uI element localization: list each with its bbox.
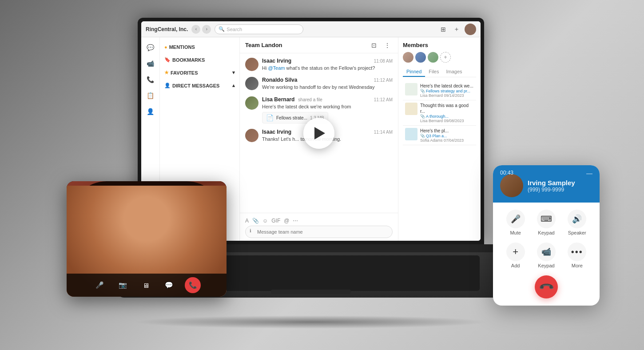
message-text: Hi @Team what's the status on the Fellow… (262, 65, 393, 72)
pinned-link-text: Fellows strategy and pr... (426, 89, 470, 93)
chat-toolbar: A 📎 ☺ GIF @ ⋯ (245, 216, 393, 226)
file-name: Fellows strate... (276, 115, 307, 120)
more-action[interactable]: ••• More (568, 243, 586, 268)
dm-header[interactable]: 👤 DIRECT MESSAGES ▴ (160, 81, 239, 90)
search-bar[interactable]: 🔍 Search (215, 24, 303, 34)
sidebar-chat-icon[interactable]: 💬 (144, 41, 157, 54)
sidebar-tasks-icon[interactable]: 📋 (144, 89, 157, 102)
phone-card-body: 🎤 Mute ⌨ Keypad 🔊 Speaker + Add 📹 Keypad (493, 203, 600, 306)
video-action[interactable]: 📹 Keypad (537, 243, 556, 268)
pinned-item[interactable]: Here's the pl... 📎 Q3 Plan a... Sofia Ad… (403, 126, 476, 145)
paperclip-icon: 📎 (420, 114, 425, 119)
info-icon: ℹ (250, 228, 251, 233)
tab-files[interactable]: Files (425, 67, 442, 77)
pinned-thumb (405, 128, 417, 140)
sidebar-profile-icon[interactable]: 👤 (144, 105, 157, 118)
members-avatars: + (403, 52, 476, 63)
avatar (245, 58, 258, 71)
play-button[interactable] (303, 118, 334, 149)
file-icon: 📄 (266, 114, 274, 121)
chat-input-area: A 📎 ☺ GIF @ ⋯ ℹ (240, 213, 398, 241)
caller-avatar (500, 174, 523, 197)
tab-images[interactable]: Images (443, 67, 466, 77)
members-title: Members (403, 42, 476, 48)
shared-label: shared a file (298, 97, 322, 102)
pinned-title: Thought this was a good r... (420, 103, 474, 114)
phone-call-card: 00:43 — Irving Sampley (999) 999-9999 🎤 … (493, 165, 600, 306)
tab-bar: Pinned Files Images (403, 67, 476, 77)
paperclip-icon: 📎 (420, 89, 425, 93)
nav-buttons: ‹ › (191, 25, 211, 34)
mentions-section: ● MENTIONS (160, 41, 239, 53)
sidebar-phone-icon[interactable]: 📞 (144, 73, 157, 86)
pinned-meta: Lisa Bernard 09/14/2023 (420, 93, 474, 98)
message-time: 11:08 AM (374, 59, 393, 64)
add-member-button[interactable]: + (440, 52, 451, 63)
mention: @Team (268, 65, 285, 71)
chat-header-actions: ⊡ ⋮ (369, 40, 393, 51)
camera-button[interactable]: 📷 (115, 278, 130, 292)
pinned-thumb (405, 83, 417, 95)
pinned-item[interactable]: Here's the latest deck we... 📎 Fellows s… (403, 81, 476, 100)
end-call-button[interactable]: 📞 (535, 275, 558, 298)
message-time: 11:14 AM (374, 130, 393, 135)
favorites-header[interactable]: ★ FAVORITES ▾ (160, 68, 239, 77)
video-label: Keypad (538, 263, 554, 268)
pinned-item[interactable]: Thought this was a good r... 📎 A thoroug… (403, 100, 476, 126)
chat-input[interactable] (245, 226, 393, 238)
keypad-action[interactable]: ⌨ Keypad (537, 210, 556, 235)
call-timer: 00:43 (500, 170, 513, 176)
more-options-icon[interactable]: ⋮ (382, 40, 393, 51)
at-icon[interactable]: @ (284, 218, 289, 224)
members-panel: Members + Pinned Files Images (398, 37, 481, 241)
sidebar-video-icon[interactable]: 📹 (144, 57, 157, 70)
phone-card-header: 00:43 — Irving Sampley (999) 999-9999 (493, 165, 600, 203)
tab-pinned[interactable]: Pinned (403, 67, 425, 77)
pinned-link-text: A thorough... (426, 114, 449, 119)
nav-forward[interactable]: › (202, 25, 211, 34)
title-bar: RingCentral, Inc. ‹ › 🔍 Search ⊞ ＋ (141, 21, 481, 37)
screen-share-button[interactable]: 🖥 (139, 278, 153, 292)
app-title: RingCentral, Inc. (146, 26, 188, 32)
pinned-title: Here's the pl... (420, 128, 474, 134)
add-icon[interactable]: ＋ (451, 24, 462, 35)
message-sender: Lisa Bernard (262, 96, 294, 103)
favorites-section: ★ FAVORITES ▾ (160, 66, 239, 79)
mute-button[interactable]: 🎤 (92, 278, 107, 292)
play-icon (314, 127, 325, 139)
speaker-icon: 🔊 (568, 210, 586, 228)
nav-back[interactable]: ‹ (191, 25, 200, 34)
add-action[interactable]: + Add (506, 243, 525, 268)
mentions-label: MENTIONS (169, 44, 195, 50)
phone-actions-row-1: 🎤 Mute ⌨ Keypad 🔊 Speaker (500, 210, 592, 235)
format-icon[interactable]: A (245, 218, 249, 224)
chat-button[interactable]: 💬 (162, 278, 176, 292)
end-call-row: 📞 (500, 275, 592, 298)
favorites-label: FAVORITES (171, 70, 198, 76)
member-avatar (428, 52, 438, 63)
gif-icon[interactable]: GIF (271, 218, 280, 224)
end-call-button[interactable]: 📞 (185, 277, 201, 293)
direct-messages-section: 👤 DIRECT MESSAGES ▴ (160, 79, 239, 92)
video-call-icon[interactable]: ⊡ (369, 40, 379, 51)
mute-action[interactable]: 🎤 Mute (506, 210, 525, 235)
message-content: Ronaldo Silva 11:12 AM We're working to … (262, 77, 393, 91)
grid-icon[interactable]: ⊞ (438, 24, 449, 35)
bookmarks-label: BOOKMARKS (172, 57, 205, 63)
chat-messages: Isaac Irving 11:08 AM Hi @Team what's th… (240, 53, 398, 213)
emoji-icon[interactable]: ☺ (262, 218, 268, 224)
mentions-header[interactable]: ● MENTIONS (160, 43, 239, 52)
minimize-button[interactable]: — (586, 170, 592, 177)
speaker-action[interactable]: 🔊 Speaker (568, 210, 586, 235)
phone-actions-row-2: + Add 📹 Keypad ••• More (500, 243, 592, 268)
bookmarks-header[interactable]: 🔖 BOOKMARKS (160, 55, 239, 64)
user-avatar[interactable] (465, 24, 476, 35)
dm-label: DIRECT MESSAGES (172, 83, 219, 88)
pinned-content: Here's the pl... 📎 Q3 Plan a... Sofia Ad… (420, 128, 474, 143)
pinned-title: Here's the latest deck we... (420, 83, 474, 89)
more-icon[interactable]: ⋯ (293, 218, 298, 224)
star-icon: ★ (164, 70, 169, 76)
attach-icon[interactable]: 📎 (252, 218, 259, 224)
pinned-content: Here's the latest deck we... 📎 Fellows s… (420, 83, 474, 98)
keypad-icon: ⌨ (537, 210, 556, 228)
